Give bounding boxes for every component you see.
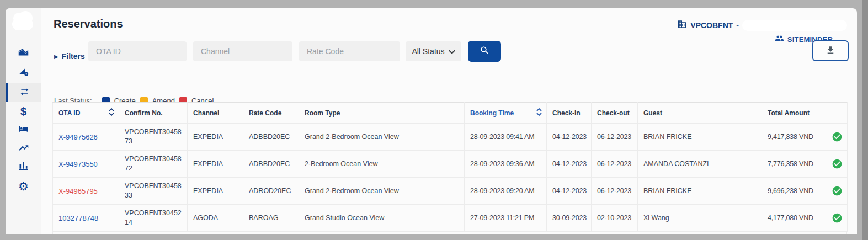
confirm-no-cell: VPCOBFNT3045873 <box>119 124 188 151</box>
channel-cell: EXPEDIA <box>188 178 243 205</box>
room-type-cell: 2-Bedroom Ocean View <box>299 151 465 178</box>
column-header-rate-code: Rate Code <box>243 103 299 124</box>
swap-arrows-icon <box>19 86 30 100</box>
filters-toggle[interactable]: ▶ Filters <box>54 46 85 66</box>
confirm-no-cell: VPCOBFNT3045833 <box>119 178 188 205</box>
sidebar-item-trends[interactable] <box>6 139 41 158</box>
total-amount-cell: 9,417,838 VND <box>762 124 827 151</box>
booking-time-cell: 28-09-2023 09:41 AM <box>465 124 547 151</box>
column-header-status <box>827 103 848 124</box>
column-header-booking-time[interactable]: Booking Time <box>465 103 547 124</box>
partial-next-row <box>52 232 847 234</box>
sort-icon <box>109 108 114 118</box>
sidebar-item-reservations[interactable] <box>6 83 41 102</box>
markup-settings-icon <box>18 66 29 79</box>
status-cell <box>827 124 848 151</box>
trending-up-icon <box>18 142 29 156</box>
reservations-table: OTA ID Confirm No. Channel Rate Code Roo… <box>52 102 848 234</box>
check-out-cell: 06-12-2023 <box>592 151 638 178</box>
building-icon <box>677 19 687 31</box>
frame-edge <box>862 0 868 240</box>
dollar-icon: $ <box>20 105 26 118</box>
sidebar-item-finance[interactable]: $ <box>6 102 41 121</box>
table-row: X-94975626 VPCOBFNT3045873 EXPEDIA ADBBD… <box>53 124 848 151</box>
column-header-ota-id[interactable]: OTA ID <box>53 103 119 124</box>
guest-cell: BRIAN FRICKE <box>638 178 762 205</box>
rate-code-input[interactable] <box>299 41 400 61</box>
status-filter-value: All Status <box>412 47 444 56</box>
guest-cell: Xi Wang <box>638 205 762 232</box>
total-amount-cell: 9,696,238 VND <box>762 178 827 205</box>
booking-time-cell: 28-09-2023 09:36 AM <box>465 151 547 178</box>
sidebar-item-dashboard[interactable] <box>6 43 41 62</box>
room-type-cell: Grand 2-Bedroom Ocean View <box>299 178 465 205</box>
rate-code-cell: ADROD20EC <box>243 178 299 205</box>
rate-code-cell: BAROAG <box>243 205 299 232</box>
channel-cell: AGODA <box>188 205 243 232</box>
check-in-cell: 30-09-2023 <box>547 205 592 232</box>
status-cell <box>827 151 848 178</box>
table-row: X-94973550 VPCOBFNT3045872 EXPEDIA ADBBD… <box>53 151 848 178</box>
search-icon <box>480 45 490 57</box>
guest-cell: AMANDA COSTANZI <box>638 151 762 178</box>
check-in-cell: 04-12-2023 <box>547 178 592 205</box>
check-circle-icon <box>832 214 843 221</box>
column-header-channel: Channel <box>188 103 243 124</box>
table-body: X-94975626 VPCOBFNT3045873 EXPEDIA ADBBD… <box>53 124 848 232</box>
table-row: X-94965795 VPCOBFNT3045833 EXPEDIA ADROD… <box>53 178 848 205</box>
app-logo <box>12 18 33 30</box>
check-circle-icon <box>832 186 843 194</box>
channel-cell: EXPEDIA <box>188 124 243 151</box>
check-in-cell: 04-12-2023 <box>547 151 592 178</box>
channel-input[interactable] <box>193 41 292 61</box>
booking-time-cell: 28-09-2023 09:20 AM <box>465 178 547 205</box>
column-header-check-out: Check-out <box>592 103 638 124</box>
gear-icon: ⚙ <box>18 180 29 192</box>
filters-expand-icon: ▶ <box>54 54 58 60</box>
rate-code-cell: ADBBD20EC <box>243 151 299 178</box>
bar-chart-icon <box>18 160 29 174</box>
property-code: VPCOBFNT <box>690 21 733 30</box>
table-header-row: OTA ID Confirm No. Channel Rate Code Roo… <box>53 103 848 124</box>
total-amount-cell: 7,776,358 VND <box>762 151 827 178</box>
sidebar: $ ⚙ <box>6 8 41 234</box>
check-in-cell: 04-12-2023 <box>547 124 592 151</box>
download-button[interactable] <box>812 40 849 61</box>
check-out-cell: 06-12-2023 <box>592 178 638 205</box>
status-filter-dropdown[interactable]: All Status <box>406 41 461 61</box>
sidebar-item-rates[interactable] <box>6 63 41 82</box>
app-window: $ ⚙ Reservations VPCOBFNT - SITEMINDER ▶… <box>6 8 857 234</box>
column-header-confirm-no: Confirm No. <box>119 103 188 124</box>
filters-label: Filters <box>62 52 85 61</box>
sort-icon <box>536 108 542 118</box>
room-type-cell: Grand 2-Bedroom Ocean View <box>299 124 465 151</box>
download-icon <box>826 45 835 57</box>
property-info: VPCOBFNT - <box>677 19 847 31</box>
status-cell <box>827 205 848 232</box>
table-row: 1032778748 VPCOBFNT3045214 AGODA BAROAG … <box>53 205 848 232</box>
confirm-no-cell: VPCOBFNT3045214 <box>119 205 188 232</box>
property-separator: - <box>736 21 739 30</box>
check-out-cell: 06-12-2023 <box>592 124 638 151</box>
chevron-down-icon <box>449 47 455 56</box>
guest-cell: BRIAN FRICKE <box>638 124 762 151</box>
ota-id-link[interactable]: X-94973550 <box>53 151 119 178</box>
room-type-cell: Grand Studio Ocean View <box>299 205 465 232</box>
sidebar-item-rooms[interactable] <box>6 120 41 139</box>
column-header-total-amount: Total Amount <box>762 103 827 124</box>
ota-id-input[interactable] <box>88 41 187 61</box>
booking-time-cell: 27-09-2023 11:21 PM <box>465 205 547 232</box>
ota-id-link[interactable]: X-94975626 <box>53 124 119 151</box>
page-title: Reservations <box>54 18 123 30</box>
ota-id-link[interactable]: 1032778748 <box>53 205 119 232</box>
bed-icon <box>18 123 29 137</box>
channel-cell: EXPEDIA <box>188 151 243 178</box>
check-circle-icon <box>832 159 843 167</box>
sidebar-item-reports[interactable] <box>6 157 41 176</box>
ota-id-link[interactable]: X-94965795 <box>53 178 119 205</box>
redacted-property-name <box>742 20 847 31</box>
total-amount-cell: 4,177,080 VND <box>762 205 827 232</box>
search-button[interactable] <box>468 41 501 62</box>
column-header-check-in: Check-in <box>547 103 592 124</box>
sidebar-item-settings[interactable]: ⚙ <box>6 177 41 195</box>
